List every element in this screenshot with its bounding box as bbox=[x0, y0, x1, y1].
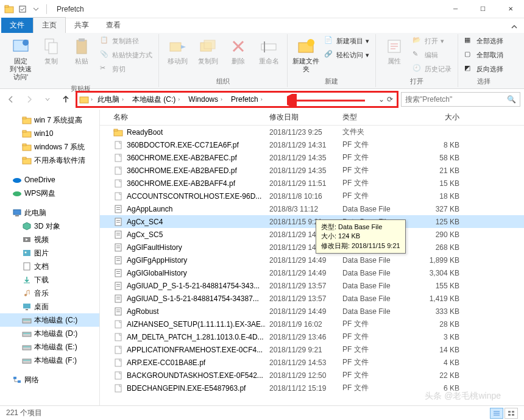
navigation-bar: › 此电脑› 本地磁盘 (C:)› Windows› Prefetch› ⌄ ⟳… bbox=[0, 89, 524, 110]
tree-item[interactable]: 视频 bbox=[0, 233, 99, 246]
breadcrumb[interactable]: 此电脑› bbox=[94, 93, 127, 106]
file-row[interactable]: 360CHROME.EXE-AB2BAFED.pf 2018/11/29 14:… bbox=[100, 164, 524, 177]
tree-item[interactable]: windows 7 系统 bbox=[0, 140, 99, 154]
back-button[interactable] bbox=[4, 92, 18, 107]
file-row[interactable]: AIZHANSEO_SETUP(1.11.11.1).EX-3AE... 201… bbox=[100, 318, 524, 330]
watermark: 头条 @老毛桃winpe bbox=[420, 390, 506, 403]
copy-to-button[interactable]: 复制到 bbox=[193, 34, 222, 68]
tab-share[interactable]: 共享 bbox=[66, 18, 97, 33]
tree-item[interactable]: OneDrive bbox=[0, 173, 99, 187]
pin-quickaccess-button[interactable]: 固定到'快速访问' bbox=[6, 34, 35, 84]
rename-button[interactable]: 重命名 bbox=[254, 34, 283, 68]
file-row[interactable]: ReadyBoot 2018/11/23 9:25 文件夹 bbox=[100, 126, 524, 138]
maximize-button[interactable]: ☐ bbox=[469, 0, 497, 18]
tree-item-drive[interactable]: 本地磁盘 (F:) bbox=[0, 354, 99, 367]
tree-item[interactable]: win10 bbox=[0, 127, 99, 140]
tree-item-drive[interactable]: 本地磁盘 (D:) bbox=[0, 327, 99, 340]
paste-icon bbox=[72, 37, 91, 56]
tree-item[interactable]: win 7 系统提高 bbox=[0, 113, 99, 127]
move-to-button[interactable]: 移动到 bbox=[163, 34, 192, 68]
tree-item[interactable]: 文档 bbox=[0, 260, 99, 273]
up-button[interactable] bbox=[58, 92, 73, 107]
file-row[interactable]: AgCx_SC4 2018/11/15 9:21 Data Base File … bbox=[100, 215, 524, 228]
copy-button[interactable]: 复制 bbox=[37, 34, 66, 68]
breadcrumb[interactable]: 本地磁盘 (C:)› bbox=[129, 93, 183, 106]
navigation-pane[interactable]: win 7 系统提高win10windows 7 系统不用杀毒软件清OneDri… bbox=[0, 110, 100, 405]
file-row[interactable]: ARP.EXE-CC01BA8E.pf 2018/11/29 14:53 PF … bbox=[100, 356, 524, 369]
svg-rect-56 bbox=[116, 207, 120, 208]
file-row[interactable]: AgGlUAD_S-1-5-21-848814754-34387... 2018… bbox=[100, 292, 524, 305]
column-size[interactable]: 大小 bbox=[408, 112, 463, 123]
tree-item[interactable]: 不用杀毒软件清 bbox=[0, 154, 99, 167]
open-button[interactable]: 📂打开 ▾ bbox=[410, 34, 454, 48]
ribbon: 固定到'快速访问' 复制 粘贴 📋复制路径 📎粘贴快捷方式 ✂剪切 剪贴板 移动… bbox=[0, 33, 524, 89]
qat-dropdown-icon[interactable] bbox=[30, 4, 41, 15]
file-row[interactable]: 360CHROME.EXE-AB2BAFEC.pf 2018/11/29 14:… bbox=[100, 151, 524, 164]
file-row[interactable]: AgGlGlobalHistory 2018/11/29 14:49 Data … bbox=[100, 266, 524, 279]
icons-view-button[interactable] bbox=[505, 408, 518, 419]
file-row[interactable]: 360BDOCTOR.EXE-CC71EA6F.pf 2018/11/29 14… bbox=[100, 138, 524, 151]
file-row[interactable]: AgGlUAD_P_S-1-5-21-848814754-343... 2018… bbox=[100, 279, 524, 292]
select-none-button[interactable]: ▢全部取消 bbox=[462, 48, 506, 62]
column-name[interactable]: 名称 bbox=[110, 112, 266, 123]
file-row[interactable]: AgRobust 2018/11/29 14:49 Data Base File… bbox=[100, 305, 524, 318]
file-row[interactable]: AgGlFaultHistory 2018/11/29 14:49 Data B… bbox=[100, 241, 524, 254]
tree-item[interactable]: 音乐 bbox=[0, 287, 99, 300]
chevron-right-icon[interactable]: › bbox=[91, 96, 93, 102]
properties-button[interactable]: 属性 bbox=[380, 34, 409, 68]
tree-item[interactable]: WPS网盘 bbox=[0, 187, 99, 200]
tree-item-drive[interactable]: 本地磁盘 (E:) bbox=[0, 340, 99, 354]
file-row[interactable]: AM_DELTA_PATCH_1.281.1013.0.E-4D... 2018… bbox=[100, 330, 524, 343]
new-item-button[interactable]: 📄新建项目 ▾ bbox=[322, 34, 372, 48]
qat-button[interactable] bbox=[17, 4, 28, 15]
paste-shortcut-button[interactable]: 📎粘贴快捷方式 bbox=[97, 48, 155, 62]
refresh-icon[interactable]: ⟳ bbox=[387, 95, 393, 104]
ribbon-collapse-button[interactable] bbox=[505, 21, 524, 33]
file-row[interactable]: APPLICATIONFRAMEHOST.EXE-0CF4... 2018/11… bbox=[100, 343, 524, 356]
recent-dropdown[interactable] bbox=[40, 92, 55, 107]
column-type[interactable]: 类型 bbox=[339, 112, 408, 123]
edit-button[interactable]: ✎编辑 bbox=[410, 48, 454, 62]
dropdown-icon[interactable]: ⌄ bbox=[378, 95, 384, 104]
tab-home[interactable]: 主页 bbox=[33, 17, 66, 33]
close-button[interactable]: ✕ bbox=[497, 0, 524, 18]
select-all-button[interactable]: ▦全部选择 bbox=[462, 34, 506, 48]
breadcrumb[interactable]: Windows› bbox=[185, 94, 226, 105]
tab-view[interactable]: 查看 bbox=[97, 18, 129, 33]
tab-file[interactable]: 文件 bbox=[1, 18, 33, 33]
invert-selection-button[interactable]: ◩反向选择 bbox=[462, 62, 506, 76]
column-date[interactable]: 修改日期 bbox=[266, 112, 339, 123]
history-button[interactable]: 🕘历史记录 bbox=[410, 62, 454, 76]
details-view-button[interactable] bbox=[490, 408, 503, 419]
paste-button[interactable]: 粘贴 bbox=[67, 34, 96, 68]
file-row[interactable]: AgGlFgAppHistory 2018/11/29 14:49 Data B… bbox=[100, 254, 524, 266]
svg-point-27 bbox=[13, 178, 21, 183]
search-input[interactable] bbox=[405, 95, 507, 104]
breadcrumb[interactable]: Prefetch› bbox=[227, 94, 266, 105]
tree-item[interactable]: 下载 bbox=[0, 273, 99, 287]
file-icon bbox=[113, 217, 123, 227]
file-row[interactable]: AgAppLaunch 2018/8/3 11:12 Data Base Fil… bbox=[100, 202, 524, 215]
file-row[interactable]: 360CHROME.EXE-AB2BAFF4.pf 2018/11/29 11:… bbox=[100, 177, 524, 190]
search-icon[interactable]: 🔍 bbox=[507, 95, 516, 104]
tree-item-drive[interactable]: 本地磁盘 (C:) bbox=[0, 313, 99, 327]
file-row[interactable]: ACCOUNTSCONTROLHOST.EXE-96D... 2018/11/8… bbox=[100, 190, 524, 202]
cut-button[interactable]: ✂剪切 bbox=[97, 62, 155, 76]
tree-item[interactable]: 桌面 bbox=[0, 300, 99, 313]
file-row[interactable]: AgCx_SC5 2018/11/29 14:20 Data Base File… bbox=[100, 228, 524, 241]
forward-button[interactable] bbox=[22, 92, 37, 107]
delete-button[interactable]: 删除 bbox=[224, 34, 253, 68]
file-row[interactable]: BACKGROUNDTASKHOST.EXE-0F542... 2018/11/… bbox=[100, 369, 524, 382]
easy-access-button[interactable]: 🔗轻松访问 ▾ bbox=[322, 48, 372, 62]
minimize-button[interactable]: ─ bbox=[442, 0, 469, 18]
svg-rect-63 bbox=[116, 235, 120, 235]
search-box[interactable]: 🔍 bbox=[401, 92, 520, 107]
address-bar[interactable]: › 此电脑› 本地磁盘 (C:)› Windows› Prefetch› ⌄ ⟳ bbox=[77, 92, 397, 107]
tree-item[interactable]: 此电脑 bbox=[0, 206, 99, 219]
copy-icon bbox=[41, 37, 61, 56]
new-folder-button[interactable]: 新建文件夹 bbox=[291, 34, 320, 76]
tree-item[interactable]: 图片 bbox=[0, 246, 99, 260]
tree-item[interactable]: 网络 bbox=[0, 373, 99, 386]
copy-path-button[interactable]: 📋复制路径 bbox=[97, 34, 155, 48]
tree-item[interactable]: 3D 对象 bbox=[0, 219, 99, 233]
